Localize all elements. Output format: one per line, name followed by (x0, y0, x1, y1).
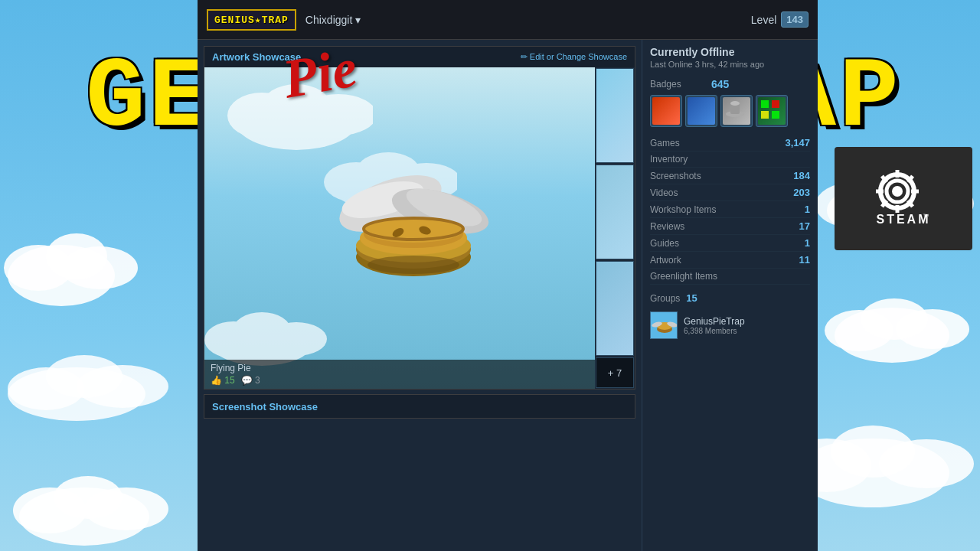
screenshot-title: Screenshot Showcase (212, 401, 318, 412)
svg-point-11 (54, 476, 122, 519)
videos-count: 203 (793, 187, 810, 198)
workshop-count: 1 (805, 204, 810, 215)
status-section: Currently Offline Last Online 3 hrs, 42 … (650, 46, 810, 69)
level-label: Level (751, 14, 776, 26)
artwork-title: Flying Pie (211, 363, 589, 373)
group-avatar-svg (651, 312, 678, 339)
steam-logo-svg: STEAM ™ (858, 168, 949, 230)
badge-4[interactable] (756, 95, 788, 127)
videos-label: Videos (650, 187, 678, 198)
showcase-title: Artwork Showcase (212, 51, 301, 63)
cloud-left-2 (0, 344, 199, 421)
more-artworks[interactable]: + 7 (596, 357, 634, 388)
top-nav: GENIUS★TRAP Chixdiggit ▾ Level 143 (198, 0, 818, 40)
artwork-stat: Artwork 11 (650, 252, 810, 269)
art-cloud-3 (204, 305, 327, 366)
groups-label: Groups (650, 293, 680, 304)
games-stat: Games 3,147 (650, 135, 810, 152)
screenshots-count: 184 (793, 170, 810, 181)
badge-2[interactable] (685, 95, 717, 127)
artwork-caption: Flying Pie 👍 15 💬 3 (204, 360, 595, 389)
guides-count: 1 (805, 237, 810, 249)
videos-stat: Videos 203 (650, 184, 810, 201)
guides-stat: Guides 1 (650, 235, 810, 252)
thumbnail-3[interactable] (596, 261, 634, 356)
badge-3[interactable] (720, 95, 753, 127)
thumbnail-1[interactable] (596, 68, 634, 163)
showcase-area: Artwork Showcase ✏ Edit or Change Showca… (198, 40, 642, 551)
svg-point-7 (46, 355, 122, 398)
level-badge: Level 143 (751, 11, 808, 28)
content-area: Artwork Showcase ✏ Edit or Change Showca… (198, 40, 818, 551)
badge-icon-3 (723, 97, 750, 125)
artwork-canvas (204, 67, 595, 389)
badges-row-header: Badges 645 (650, 78, 810, 90)
groups-header: Groups 15 (650, 292, 810, 304)
status-text: Currently Offline (650, 46, 810, 58)
svg-point-27 (262, 84, 331, 127)
svg-rect-53 (761, 100, 769, 108)
cloud-right-2 (819, 283, 972, 367)
flying-pie-artwork (314, 127, 528, 311)
screenshots-label: Screenshots (650, 171, 701, 181)
group-item-1[interactable]: GeniusPieTrap 6,398 Members (650, 308, 810, 342)
svg-point-19 (861, 298, 928, 340)
cloud-left-1 (0, 214, 168, 314)
group-info: GeniusPieTrap 6,398 Members (684, 316, 745, 335)
steam-panel: GENIUS★TRAP Chixdiggit ▾ Level 143 Artwo… (198, 0, 818, 551)
artwork-grid: Flying Pie 👍 15 💬 3 + 7 (204, 67, 635, 389)
reviews-stat: Reviews 17 (650, 218, 810, 235)
artwork-label: Artwork (650, 255, 681, 266)
reviews-count: 17 (799, 220, 810, 232)
svg-rect-55 (761, 111, 769, 119)
badge-1[interactable] (650, 95, 682, 127)
group-avatar (650, 311, 678, 339)
groups-section: Groups 15 (650, 292, 810, 342)
workshop-stat: Workshop Items 1 (650, 201, 810, 218)
artwork-showcase: Artwork Showcase ✏ Edit or Change Showca… (204, 46, 635, 390)
username-dropdown[interactable]: Chixdiggit ▾ (305, 14, 361, 26)
username-text: Chixdiggit (305, 14, 352, 26)
badge-icon-2 (688, 97, 715, 125)
artwork-main-image[interactable]: Flying Pie 👍 15 💬 3 (204, 67, 595, 389)
badges-count: 645 (711, 78, 729, 90)
badge-svg-4 (758, 97, 782, 122)
inventory-stat: Inventory (650, 152, 810, 168)
thumbs-up: 👍 15 (211, 375, 235, 386)
games-label: Games (650, 138, 680, 148)
svg-point-3 (46, 233, 107, 279)
screenshot-showcase: Screenshot Showcase (204, 394, 635, 419)
games-count: 3,147 (785, 137, 810, 148)
last-online: Last Online 3 hrs, 42 mins ago (650, 60, 810, 69)
inventory-label: Inventory (650, 154, 688, 165)
svg-point-64 (892, 186, 903, 197)
greenlight-label: Greenlight Items (650, 271, 717, 282)
profile-sidebar: Currently Offline Last Online 3 hrs, 42 … (642, 40, 818, 551)
workshop-label: Workshop Items (650, 204, 716, 215)
svg-point-49 (368, 256, 459, 274)
groups-count: 15 (686, 292, 697, 304)
steam-logo-box: STEAM ™ (835, 147, 972, 250)
level-number: 143 (781, 11, 808, 28)
svg-rect-56 (772, 111, 779, 119)
reviews-label: Reviews (650, 221, 684, 232)
genius-trap-logo[interactable]: GENIUS★TRAP (207, 9, 296, 31)
badge-icon-1 (652, 97, 680, 125)
badges-label: Badges (650, 79, 711, 90)
svg-rect-54 (772, 100, 779, 108)
group-name: GeniusPieTrap (684, 316, 745, 327)
svg-point-23 (831, 425, 915, 478)
artwork-count: 11 (799, 254, 810, 266)
greenlight-stat: Greenlight Items (650, 269, 810, 285)
showcase-header: Artwork Showcase ✏ Edit or Change Showca… (204, 47, 635, 67)
artwork-thumbnails: + 7 (595, 67, 635, 389)
svg-text:™: ™ (923, 213, 929, 220)
comment-count: 💬 3 (241, 375, 260, 386)
dropdown-chevron: ▾ (355, 14, 361, 26)
edit-showcase-button[interactable]: ✏ Edit or Change Showcase (521, 52, 627, 62)
badges-display (650, 95, 810, 127)
group-members: 6,398 Members (684, 327, 745, 335)
cloud-left-3 (8, 459, 191, 551)
thumbnail-2[interactable] (596, 165, 634, 259)
badge-icon-4 (758, 97, 786, 125)
